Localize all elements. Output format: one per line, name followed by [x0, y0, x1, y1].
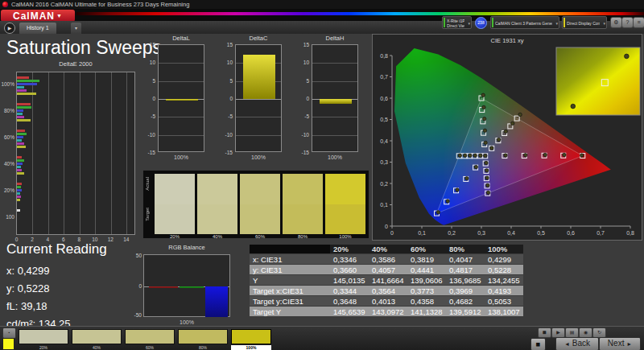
deltal-chart: DeltaL 151050-5-10-15100% [145, 35, 213, 170]
deltae-bar [17, 196, 21, 198]
group-label: 60% [0, 134, 14, 140]
y-tick-label: -15 [222, 150, 233, 155]
table-header: 80% [446, 245, 485, 253]
pattern-swatch-80%[interactable] [178, 329, 228, 344]
table-header: 100% [485, 245, 523, 253]
y-tick-label: 15 [222, 42, 233, 47]
back-button[interactable]: ◄ Back [555, 337, 599, 350]
pattern-swatch-20%[interactable] [19, 329, 68, 344]
meter-dropdown[interactable]: X-Rite i1Pro 2Direct View ▾ [442, 16, 472, 29]
gridline [159, 63, 204, 64]
y-tick-label: 15 [299, 42, 309, 47]
table-cell: 0,4193 [485, 286, 523, 295]
stop-button[interactable]: ◼ [530, 338, 546, 350]
group-label: 100 [0, 214, 14, 220]
deltae-bar [17, 189, 22, 191]
logo-text: CalMAN [13, 10, 55, 22]
x-category-label: 100% [143, 319, 230, 325]
deltae-bar [17, 166, 21, 168]
display-control-dropdown[interactable]: Direct Display Control ▾ [562, 16, 607, 29]
y-tick-label: -15 [145, 150, 155, 155]
actual-swatch [155, 174, 195, 204]
y-tick-label: -5 [222, 113, 233, 119]
y-tick-label: 50 [129, 253, 142, 258]
rgb-balance-chart: RGB Balance 500-50100% [129, 244, 237, 324]
gridline [159, 81, 204, 82]
deltae-bar [17, 136, 23, 138]
pattern-swatch-60%[interactable] [125, 329, 175, 344]
svg-text:0: 0 [385, 224, 388, 229]
x-category-label: 100% [158, 154, 204, 160]
calman-logo-menu[interactable]: CalMAN▼ [1, 10, 75, 22]
pattern-swatch-100%[interactable] [231, 329, 271, 344]
next-arrow-icon: ► [626, 341, 632, 347]
table-header: 60% [407, 245, 446, 253]
pattern-swatch-label: 60% [125, 345, 175, 350]
menu-button[interactable]: ≡ [633, 17, 644, 28]
target-swatch [283, 204, 323, 235]
chevron-down-icon: ▼ [56, 13, 63, 19]
y-tick-label: 5 [222, 78, 233, 84]
table-cell: 0,3969 [446, 286, 485, 295]
help-icon: ? [626, 19, 630, 25]
svg-text:0,4: 0,4 [507, 230, 515, 236]
target-swatch [240, 204, 280, 235]
pattern-swatch-label: 100% [231, 345, 271, 350]
display-status-icon [564, 18, 565, 27]
y-tick-label: -5 [145, 113, 155, 119]
play-icon[interactable]: ▶ [4, 23, 15, 34]
table-cell: 0,3773 [407, 286, 446, 295]
row-label: y: CIE31 [250, 265, 330, 274]
deltaC-plot [235, 44, 282, 152]
table-header: 20% [330, 245, 369, 253]
measurement-table: 20%40%60%80%100%x: CIE310,33460,35860,38… [250, 244, 523, 317]
actual-swatch [283, 174, 323, 204]
settings-button[interactable]: ⚙ [610, 17, 622, 28]
y-tick-label: 10 [299, 60, 309, 65]
gridline [312, 135, 357, 136]
meter-badge: 238 [475, 17, 487, 29]
pattern-swatch-label: 40% [72, 345, 122, 350]
gridline [312, 117, 357, 117]
deltae-bar [17, 133, 27, 135]
y-tick-label: -10 [145, 132, 155, 138]
record-button[interactable]: ◼ [538, 327, 551, 338]
current-reading-panel: Current Reading x: 0,4299 y: 0,5228 fL: … [6, 241, 107, 333]
deltae-bar [17, 109, 23, 112]
rgb-plot [143, 254, 230, 317]
deltae-bar [17, 192, 20, 195]
next-button[interactable]: Next ► [599, 337, 641, 350]
gridline [159, 117, 204, 117]
help-button[interactable]: ? [621, 17, 634, 28]
gridline [126, 72, 127, 234]
window-title: CalMAN 2016 CalMAN Ultimate for Business… [11, 1, 189, 8]
deltae-bar [17, 209, 20, 212]
deltaC-bar [243, 55, 276, 99]
y-tick-label: 5 [145, 78, 155, 84]
pattern-swatch-label: 80% [178, 345, 228, 350]
deltae-bar [17, 159, 24, 162]
row-label: Y [250, 275, 330, 285]
source-status-icon [492, 18, 493, 27]
row-label: x: CIE31 [250, 254, 330, 264]
y-tick-label: 5 [299, 78, 309, 84]
table-cell: 0,4358 [407, 296, 446, 306]
table-cell: 0,5228 [485, 265, 523, 274]
chart-title: DeltaE 2000 [16, 60, 135, 68]
rgb-bar-blue [205, 286, 228, 317]
svg-text:0,6: 0,6 [567, 230, 575, 236]
svg-text:0,2: 0,2 [380, 181, 388, 187]
pattern-swatch-40%[interactable] [72, 329, 122, 344]
row-label: Target x:CIE31 [250, 286, 330, 295]
deltae2000-plot [16, 72, 135, 235]
meter-status-icon [444, 18, 445, 27]
tab-history-1[interactable]: History 1 [19, 23, 56, 34]
source-dropdown[interactable]: CalMAN Client 3 Patterns Generator ▾ [490, 16, 559, 29]
tab-dropdown[interactable]: ▾ [71, 23, 81, 34]
y-tick-label: 10 [222, 60, 233, 65]
table-cell: 136,9685 [446, 275, 485, 285]
pattern-control-button[interactable]: ▪ [2, 327, 16, 339]
y-tick-label: 0 [299, 96, 309, 101]
x-category-label: 100% [312, 154, 358, 160]
deltaL-bar [166, 99, 199, 101]
